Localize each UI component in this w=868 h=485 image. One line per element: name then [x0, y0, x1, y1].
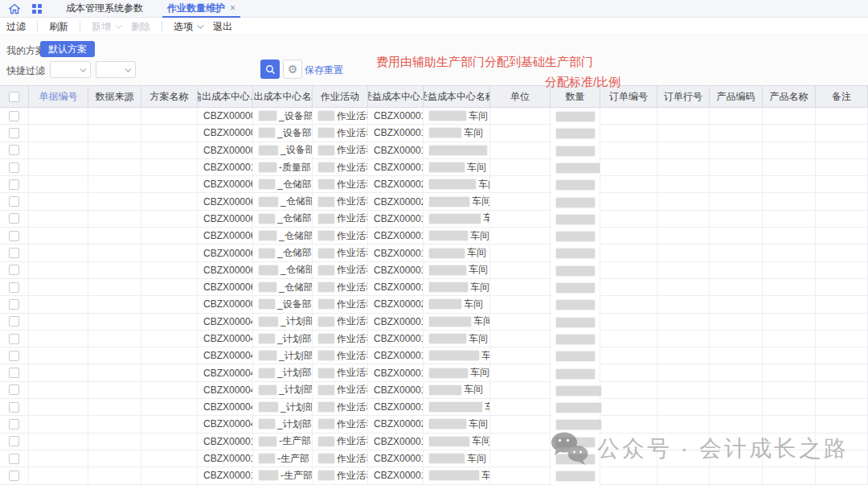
table-row[interactable]: CBZX000060_仓储部作业活动CBZX000010车间: [0, 228, 868, 245]
table-cell: [816, 228, 868, 244]
cell-output-cost-center-name: _计划部: [253, 416, 313, 432]
table-row[interactable]: CBZX000009_设备部作业活动CBZX000022车间: [0, 296, 868, 313]
table-row[interactable]: CBZX000060_仓储部作业活动CBZX000022车间: [0, 193, 868, 210]
row-checkbox[interactable]: [9, 128, 19, 138]
table-row[interactable]: CBZX000016-质量部作业活动CBZX000010车间: [0, 159, 868, 176]
save-button[interactable]: 保存: [305, 64, 324, 77]
toolbar-button-刷新[interactable]: 刷新: [49, 20, 68, 34]
row-checkbox[interactable]: [9, 265, 19, 275]
redacted-value: [318, 214, 334, 224]
active-tab-underline: [162, 16, 240, 18]
table-row[interactable]: CBZX000040_计划部作业活动CBZX000015车间: [0, 364, 868, 381]
row-checkbox[interactable]: [9, 384, 19, 395]
row-checkbox[interactable]: [9, 368, 19, 378]
table-cell: [490, 142, 551, 158]
table-row[interactable]: CBZX000040_计划部作业活动CBZX000017车间: [0, 382, 868, 399]
table-row[interactable]: CBZX000060_仓储部作业活动CBZX000020车间: [0, 176, 868, 193]
table-row[interactable]: CBZX000009_设备部作业活动CBZX000015车间: [0, 108, 868, 125]
table-cell: [29, 331, 88, 347]
table-cell: [600, 193, 657, 209]
row-checkbox[interactable]: [9, 436, 19, 446]
table-cell: [657, 314, 710, 330]
row-checkbox[interactable]: [9, 231, 19, 241]
cell-output-cost-center-name: -生产部: [253, 467, 313, 483]
table-cell: [29, 347, 88, 364]
quick-filter-select-2[interactable]: [96, 61, 136, 78]
row-checkbox[interactable]: [9, 471, 19, 481]
redacted-value: [429, 368, 468, 378]
table-cell: [29, 279, 88, 295]
table-cell: [29, 245, 88, 261]
chevron-down-icon: [125, 65, 131, 72]
table-row[interactable]: CBZX000040_计划部作业活动CBZX000010车间: [0, 314, 868, 331]
table-cell: [763, 176, 816, 192]
row-checkbox[interactable]: [9, 402, 19, 413]
quick-filter-select-1[interactable]: [50, 61, 91, 78]
redacted-value: [318, 231, 334, 240]
row-checkbox[interactable]: [9, 334, 19, 344]
grid-icon[interactable]: [31, 2, 43, 15]
redacted-quantity: [556, 215, 595, 224]
cell-output-cost-center-name: _仓储部: [253, 176, 313, 192]
table-cell: [88, 296, 141, 312]
select-all-checkbox[interactable]: [9, 92, 19, 102]
table-row[interactable]: CBZX000013-生产部作业活动CBZX000014车间: [0, 467, 868, 484]
toolbar-button-退出[interactable]: 退出: [213, 20, 232, 34]
row-checkbox-cell: [0, 399, 29, 415]
table-row[interactable]: CBZX000040_计划部作业活动CBZX000019车间: [0, 399, 868, 416]
row-checkbox[interactable]: [9, 419, 19, 430]
row-checkbox[interactable]: [9, 196, 19, 207]
search-button[interactable]: [260, 60, 280, 79]
row-checkbox[interactable]: [9, 179, 19, 190]
table-cell: [816, 142, 868, 158]
default-plan-button[interactable]: 默认方案: [40, 41, 95, 57]
table-row[interactable]: CBZX000060_仓储部作业活动CBZX000014车间: [0, 211, 868, 228]
table-cell: [141, 416, 198, 432]
toolbar-button-过滤[interactable]: 过滤: [6, 20, 26, 34]
toolbar-button-选项[interactable]: 选项: [174, 20, 202, 34]
row-checkbox[interactable]: [9, 162, 19, 173]
table-cell: [710, 176, 763, 192]
cell-output-cost-center-name: _设备部: [253, 296, 313, 312]
reset-button[interactable]: 重置: [324, 64, 343, 77]
cell-output-cost-center-code: CBZX000009: [198, 125, 253, 141]
table-cell: [600, 142, 657, 158]
row-checkbox[interactable]: [9, 213, 19, 224]
row-checkbox[interactable]: [9, 145, 19, 155]
table-row[interactable]: CBZX000009_设备部作业活动CBZX000019车间: [0, 142, 868, 159]
table-row[interactable]: CBZX000060_仓储部作业活动CBZX000015车间: [0, 262, 868, 279]
redacted-quantity: [556, 283, 595, 293]
table-row[interactable]: CBZX000060_仓储部作业活动CBZX000017车间: [0, 279, 868, 296]
table-cell: [141, 211, 198, 227]
table-cell: [88, 331, 141, 347]
tab-activity-quantity[interactable]: 作业数量维护×: [166, 0, 237, 18]
table-cell: [763, 347, 816, 364]
table-cell: [600, 331, 657, 347]
table-row[interactable]: CBZX000040_计划部作业活动CBZX000012车间: [0, 331, 868, 347]
redacted-value: [429, 419, 466, 429]
table-row[interactable]: CBZX000040_计划部作业活动CBZX000014车间: [0, 347, 868, 364]
row-checkbox[interactable]: [9, 299, 19, 310]
home-icon[interactable]: [8, 2, 21, 15]
row-checkbox[interactable]: [9, 454, 19, 464]
row-checkbox[interactable]: [9, 351, 19, 361]
table-row[interactable]: CBZX000060_仓储部作业活动CBZX000012车间: [0, 245, 868, 261]
redacted-value: [259, 471, 278, 480]
table-cell: [657, 364, 710, 380]
table-cell: [88, 416, 141, 432]
row-checkbox[interactable]: [9, 111, 19, 121]
cell-benefit-cost-center-name: 车间: [424, 434, 490, 450]
row-checkbox[interactable]: [9, 248, 19, 258]
table-row[interactable]: CBZX000009_设备部作业活动CBZX000017车间: [0, 125, 868, 142]
redacted-value: [259, 265, 278, 275]
row-checkbox[interactable]: [9, 282, 19, 293]
redacted-value: [429, 351, 479, 360]
cell-output-cost-center-name: _仓储部: [253, 211, 313, 227]
tab-cost-system-params[interactable]: 成本管理系统参数: [64, 0, 145, 18]
table-cell: [763, 228, 816, 244]
row-checkbox-cell: [0, 245, 29, 261]
close-icon[interactable]: ×: [230, 2, 235, 14]
settings-button[interactable]: ⚙: [283, 60, 302, 79]
row-checkbox[interactable]: [9, 316, 19, 327]
table-cell: [816, 279, 868, 295]
